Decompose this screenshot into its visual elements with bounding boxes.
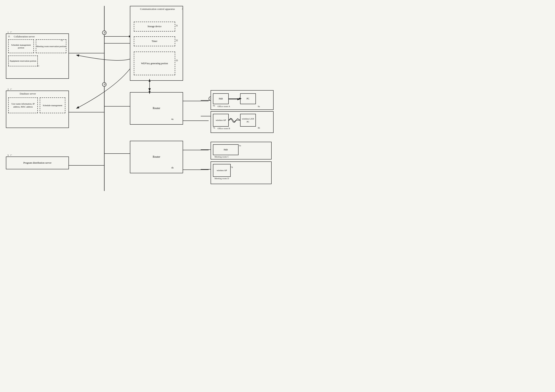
schedule-management-box: Schedule management portion (8, 39, 34, 53)
timer-label: Timer (152, 40, 157, 43)
wireless-lan-b-box: wireless LAN PC (240, 114, 256, 127)
circle-3: ③ (102, 82, 106, 87)
office-room-b-label: Office room B (218, 127, 230, 130)
equipment-reservation-label: Equipment reservation portion (10, 59, 36, 62)
db-server-title: Database server (20, 92, 36, 95)
db-schedule-box: Schedule management (40, 97, 65, 113)
schedule-management-label: Schedule management portion (9, 44, 33, 49)
program-dist-label: Program distribution server (23, 161, 51, 165)
router-a-box: Router (130, 92, 183, 125)
meeting-room-reservation-box: Meeting room reservation portion (36, 39, 66, 53)
collab-server-sub-id: 11 (8, 35, 10, 38)
equipment-reservation-box: Equipment reservation portion (8, 56, 38, 66)
db-server-id: 2 (7, 88, 9, 91)
meeting-room-d-label: Meeting room D (214, 177, 229, 180)
timer-box: Timer (134, 37, 175, 46)
timer-id: 32 (175, 39, 178, 42)
user-info-box: User name information, IP address, MAC a… (8, 97, 38, 113)
router-b-box: Router (130, 141, 183, 173)
collab-server-title: Collaboration server (14, 35, 35, 38)
office-room-a-label: Office room A (218, 105, 230, 108)
storage-label: Storage device (148, 25, 161, 28)
hub-pc-arrow (229, 97, 241, 101)
wireless-ap-d-id: 7d (231, 166, 233, 168)
hub-c-label: Hub (224, 148, 228, 151)
router-b-id: 4b (171, 166, 174, 169)
wep-id: 33 (175, 59, 178, 62)
comm-control-id: 3 (182, 7, 183, 10)
wireless-ap-d-label: wireless AP (217, 169, 227, 172)
hub-a-box: Hub (213, 93, 229, 104)
hub-c-id: 6c (239, 144, 241, 147)
wireless-ap-b-id: 7b (213, 127, 215, 129)
db-schedule-label: Schedule management (43, 104, 62, 107)
router-b-label: Router (153, 155, 160, 159)
meeting-room-c-label: Meeting room C (214, 155, 229, 158)
wireless-lan-b-label: wireless LAN PC (241, 117, 256, 123)
wireless-ap-b-box: wireless AP (213, 114, 229, 127)
router-a-label: Router (153, 106, 160, 110)
hub-c-box: Hub (213, 144, 239, 155)
circle-2: ② (102, 30, 106, 35)
pc-label: PC (247, 97, 249, 100)
wep-label: WEP key generating portion (141, 62, 168, 65)
hub-a-label: Hub (219, 97, 223, 100)
comm-control-title: Communication control apparatus (138, 7, 177, 11)
router-a-id: 4a (171, 118, 173, 121)
user-info-label: User name information, IP address, MAC a… (9, 102, 37, 109)
program-dist-box: Program distribution server (6, 156, 69, 169)
storage-device-box: Storage device (134, 22, 175, 31)
hub-a-id: 6a (213, 104, 215, 107)
office-room-a-id: 8a (258, 105, 260, 108)
wireless-lan-b-id: 8b (258, 127, 260, 129)
wireless-ap-b-label: wireless AP (216, 119, 226, 121)
wireless-ap-d-box: wireless AP (213, 164, 231, 177)
svg-marker-24 (237, 98, 240, 100)
child1-id: 12 (61, 39, 63, 41)
pc-box: PC (240, 93, 256, 104)
wireless-zigzag (229, 118, 241, 123)
meeting-room-label: Meeting room reservation portion (37, 45, 66, 48)
network-diagram: ① ② ③ 1 ⌐ 11 Collaboration server Schedu… (0, 0, 278, 196)
child3-id: 13 (37, 65, 39, 67)
collab-server-id: 1 (7, 31, 9, 34)
program-dist-id: 5 (7, 154, 9, 157)
storage-id: 31 (175, 24, 178, 27)
wep-box: WEP key generating portion (134, 52, 175, 75)
